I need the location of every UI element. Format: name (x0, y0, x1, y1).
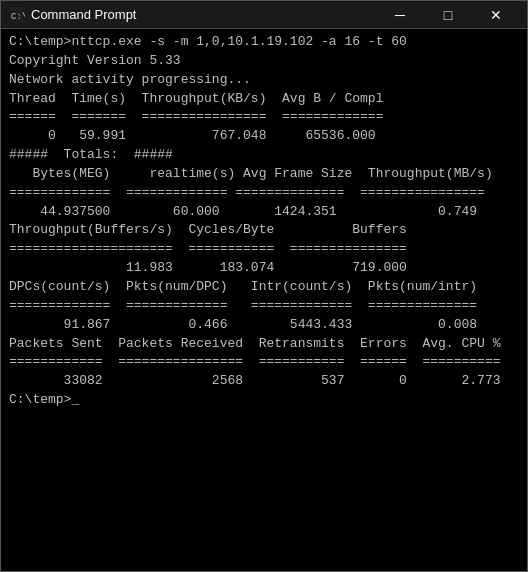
cmd-icon: C:\ (9, 7, 25, 23)
console-line: 33082 2568 537 0 2.773 (9, 372, 519, 391)
console-output: C:\temp>nttcp.exe -s -m 1,0,10.1.19.102 … (1, 29, 527, 571)
console-line: ============= ============= ============… (9, 184, 519, 203)
console-line: Thread Time(s) Throughput(KB/s) Avg B / … (9, 90, 519, 109)
console-line: 11.983 183.074 719.000 (9, 259, 519, 278)
console-line: DPCs(count/s) Pkts(num/DPC) Intr(count/s… (9, 278, 519, 297)
console-line: C:\temp>nttcp.exe -s -m 1,0,10.1.19.102 … (9, 33, 519, 52)
title-bar-buttons: ─ □ ✕ (377, 1, 519, 29)
console-line: Network activity progressing... (9, 71, 519, 90)
title-bar: C:\ Command Prompt ─ □ ✕ (1, 1, 527, 29)
console-line: 91.867 0.466 5443.433 0.008 (9, 316, 519, 335)
svg-text:C:\: C:\ (11, 12, 25, 22)
console-line: ============ ================ ==========… (9, 353, 519, 372)
close-button[interactable]: ✕ (473, 1, 519, 29)
console-line: ===================== =========== ======… (9, 240, 519, 259)
console-line: C:\temp>_ (9, 391, 519, 410)
console-line: Throughput(Buffers/s) Cycles/Byte Buffer… (9, 221, 519, 240)
console-line: Packets Sent Packets Received Retransmit… (9, 335, 519, 354)
console-line: ##### Totals: ##### (9, 146, 519, 165)
minimize-button[interactable]: ─ (377, 1, 423, 29)
console-line: 44.937500 60.000 1424.351 0.749 (9, 203, 519, 222)
maximize-button[interactable]: □ (425, 1, 471, 29)
console-line: Copyright Version 5.33 (9, 52, 519, 71)
console-line: 0 59.991 767.048 65536.000 (9, 127, 519, 146)
console-line: ============= ============= ============… (9, 297, 519, 316)
title-bar-text: Command Prompt (31, 7, 377, 22)
window: C:\ Command Prompt ─ □ ✕ C:\temp>nttcp.e… (0, 0, 528, 572)
console-line: ====== ======= ================ ========… (9, 108, 519, 127)
console-line: Bytes(MEG) realtime(s) Avg Frame Size Th… (9, 165, 519, 184)
